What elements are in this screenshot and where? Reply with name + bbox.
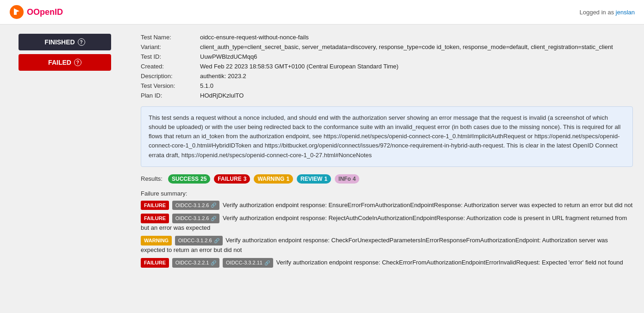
test-name-value: oidcc-ensure-request-without-nonce-fails bbox=[200, 34, 633, 41]
tag-oidc-0-0[interactable]: OIDCC-3.1.2.6 🔗 bbox=[172, 201, 220, 210]
variant-value: client_auth_type=client_secret_basic, se… bbox=[200, 43, 633, 50]
tag-oidc-3-0[interactable]: OIDCC-3.2.2.1 🔗 bbox=[172, 258, 220, 268]
finished-help-icon: ? bbox=[78, 38, 85, 46]
description-box-text: This test sends a request without a nonc… bbox=[149, 114, 620, 159]
tag-failure-3: FAILURE bbox=[141, 258, 169, 268]
badge-success[interactable]: SUCCESS 25 bbox=[168, 174, 210, 184]
badge-info[interactable]: INFo 4 bbox=[335, 174, 359, 184]
failure-item-0: FAILURE OIDCC-3.1.2.6 🔗 Verify authoriza… bbox=[141, 201, 633, 210]
badge-review-label: REVIEW bbox=[300, 176, 322, 182]
finished-button[interactable]: FINISHED ? bbox=[19, 34, 111, 50]
badge-failure-label: FAILURE bbox=[218, 176, 241, 182]
created-value: Wed Feb 22 2023 18:58:53 GMT+0100 (Centr… bbox=[200, 63, 633, 70]
logo: OOpenID bbox=[9, 5, 63, 19]
tag-failure-1: FAILURE bbox=[141, 214, 169, 223]
openid-logo-icon bbox=[9, 5, 24, 19]
link-icon-1-0: 🔗 bbox=[211, 215, 216, 222]
badge-warning[interactable]: WARNING 1 bbox=[254, 174, 293, 184]
badge-failure-count: 3 bbox=[244, 176, 247, 182]
logged-in-label: Logged in as bbox=[580, 9, 614, 16]
failure-item-2: WARNING OIDCC-3.1.2.6 🔗 Verify authoriza… bbox=[141, 236, 633, 254]
tag-oidc-3-1[interactable]: OIDCC-3.3.2.11 🔗 bbox=[223, 258, 273, 268]
tag-failure-0: FAILURE bbox=[141, 201, 169, 210]
results-label: Results: bbox=[141, 175, 163, 182]
tag-oidc-2-0[interactable]: OIDCC-3.1.2.6 🔗 bbox=[175, 236, 223, 245]
description-box: This test sends a request without a nonc… bbox=[141, 106, 633, 167]
failure-item-3: FAILURE OIDCC-3.2.2.1 🔗 OIDCC-3.3.2.11 🔗… bbox=[141, 258, 633, 268]
logo-text: OOpenID bbox=[27, 7, 63, 17]
detail-panel: Test Name: oidcc-ensure-request-without-… bbox=[130, 25, 644, 281]
main-content: FINISHED ? FAILED ? Test Name: oidcc-ens… bbox=[0, 25, 644, 281]
failure-item-text-3: Verify authorization endpoint response: … bbox=[276, 259, 623, 266]
link-icon-3-0: 🔗 bbox=[211, 259, 216, 266]
header-right: Logged in as jenslan bbox=[580, 9, 635, 16]
test-version-value: 5.1.0 bbox=[200, 82, 633, 89]
plan-id-label: Plan ID: bbox=[141, 92, 196, 99]
badge-info-label: INFo bbox=[338, 176, 351, 182]
tag-warning-2: WARNING bbox=[141, 236, 172, 245]
failure-item-text-0: Verify authorization endpoint response: … bbox=[223, 202, 632, 209]
badge-info-count: 4 bbox=[353, 176, 356, 182]
test-id-value: UuwPWBlzdUCMqq6 bbox=[200, 53, 633, 60]
failed-button[interactable]: FAILED ? bbox=[19, 54, 111, 71]
results-row: Results: SUCCESS 25 FAILURE 3 WARNING 1 … bbox=[141, 174, 633, 184]
created-label: Created: bbox=[141, 63, 196, 70]
badge-success-count: 25 bbox=[200, 176, 206, 182]
failed-help-icon: ? bbox=[74, 59, 81, 66]
failure-item-1: FAILURE OIDCC-3.1.2.6 🔗 Verify authoriza… bbox=[141, 214, 633, 232]
link-icon-2-0: 🔗 bbox=[214, 237, 219, 244]
header: OOpenID Logged in as jenslan bbox=[0, 0, 644, 25]
sidebar: FINISHED ? FAILED ? bbox=[0, 25, 130, 281]
failure-summary: Failure summary: FAILURE OIDCC-3.1.2.6 🔗… bbox=[141, 190, 633, 268]
variant-label: Variant: bbox=[141, 43, 196, 50]
description-label: Description: bbox=[141, 73, 196, 80]
username-link[interactable]: jenslan bbox=[616, 9, 635, 16]
detail-table: Test Name: oidcc-ensure-request-without-… bbox=[141, 34, 633, 99]
link-icon-0-0: 🔗 bbox=[211, 202, 216, 209]
tag-oidc-1-0[interactable]: OIDCC-3.1.2.6 🔗 bbox=[172, 214, 220, 223]
badge-warning-label: WARNING bbox=[257, 176, 284, 182]
description-value: authentik: 2023.2 bbox=[200, 73, 633, 80]
test-version-label: Test Version: bbox=[141, 82, 196, 89]
test-id-label: Test ID: bbox=[141, 53, 196, 60]
badge-review-count: 1 bbox=[324, 176, 327, 182]
badge-success-label: SUCCESS bbox=[172, 176, 199, 182]
badge-failure[interactable]: FAILURE 3 bbox=[214, 174, 250, 184]
test-name-label: Test Name: bbox=[141, 34, 196, 41]
link-icon-3-1: 🔗 bbox=[264, 259, 270, 266]
failure-summary-label: Failure summary: bbox=[141, 190, 633, 197]
badge-warning-count: 1 bbox=[286, 176, 289, 182]
plan-id-value: HOdRjDKzlulTO bbox=[200, 92, 633, 99]
badge-review[interactable]: REVIEW 1 bbox=[297, 174, 331, 184]
